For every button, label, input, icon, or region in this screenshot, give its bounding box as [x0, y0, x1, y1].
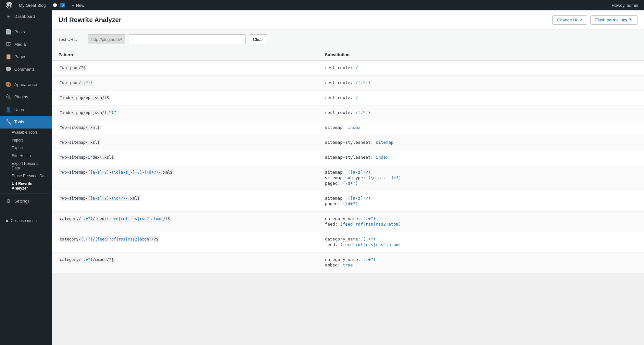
- page-title-area: Url Rewrite Analyzer: [58, 16, 121, 24]
- rewrite-table: Pattern Substitution ^wp-json/?$rest_rou…: [52, 49, 644, 273]
- substitution-cell: rest_route: /(.*)?: [318, 76, 644, 91]
- change-ui-button[interactable]: Change UI ↗: [552, 15, 587, 25]
- submenu-export[interactable]: Export: [0, 144, 52, 152]
- external-link-icon: ↗: [579, 18, 582, 22]
- pattern-cell: ^index.php/wp-json/(.*)?: [52, 105, 318, 120]
- page-title: Url Rewrite Analyzer: [58, 16, 121, 24]
- sidebar-item-settings[interactable]: ⚙ Settings: [0, 195, 52, 207]
- sidebar-item-tools[interactable]: 🔧 Tools: [0, 116, 52, 128]
- substitution-cell: category_name: (.+?)embed: true: [318, 253, 644, 273]
- sidebar-label-pages: Pages: [14, 54, 26, 60]
- test-url-bar: Test URL: http://plugins.dv/ Clear: [52, 30, 644, 49]
- comments-icon: 💬: [5, 66, 12, 73]
- collapse-icon: ◀: [5, 218, 8, 224]
- clear-button[interactable]: Clear: [249, 34, 267, 44]
- substitution-cell: rest_route: /: [318, 61, 644, 76]
- wp-logo-menu[interactable]: [3, 0, 16, 10]
- page-wrap: Url Rewrite Analyzer Change UI ↗ Flush p…: [52, 10, 644, 273]
- users-icon: 👤: [5, 106, 12, 113]
- change-ui-label: Change UI: [557, 18, 577, 22]
- substitution-cell: category_name: (.+?)feed: (feed|rdf|rss|…: [318, 212, 644, 232]
- submenu-erase-personal[interactable]: Erase Personal Data: [0, 172, 52, 180]
- admin-menu: ⊞ Dashboard 📄 Posts 🖼 Media 📋 Pages 💬 Co…: [0, 10, 52, 345]
- pattern-cell: ^index.php/wp-json/?$: [52, 91, 318, 105]
- pattern-cell: ^wp-sitemap\.xsl$: [52, 135, 318, 150]
- table-row: ^wp-json/(.*)?rest_route: /(.*)?: [52, 76, 644, 91]
- sidebar-label-appearance: Appearance: [14, 82, 37, 88]
- substitution-cell: sitemap: ([a-z]+?)paged: (\d+?): [318, 191, 644, 212]
- table-row: ^wp-sitemap-index\.xsl$sitemap-styleshee…: [52, 150, 644, 165]
- substitution-cell: sitemap: ([a-z]+?)sitemap-subtype: (\d[a…: [318, 165, 644, 191]
- sidebar-item-comments[interactable]: 💬 Comments: [0, 63, 52, 76]
- tools-icon: 🔧: [5, 118, 12, 126]
- sidebar-item-plugins[interactable]: 🔌 Plugins: [0, 91, 52, 103]
- posts-icon: 📄: [5, 28, 12, 35]
- submenu-site-health[interactable]: Site Health: [0, 152, 52, 160]
- collapse-menu[interactable]: ◀ Collapse menu: [0, 216, 52, 226]
- main-content: Url Rewrite Analyzer Change UI ↗ Flush p…: [52, 10, 644, 345]
- sidebar-item-posts[interactable]: 📄 Posts: [0, 26, 52, 38]
- pattern-cell: ^wp-json/?$: [52, 61, 318, 76]
- submenu-url-rewrite[interactable]: Url Rewrite Analyzer: [0, 180, 52, 192]
- table-row: ^index.php/wp-json/?$rest_route: /: [52, 91, 644, 105]
- test-url-label: Test URL:: [58, 37, 84, 42]
- howdy-menu[interactable]: Howdy, admin: [609, 0, 641, 10]
- sidebar-item-appearance[interactable]: 🎨 Appearance: [0, 79, 52, 91]
- flush-permalinks-label: Flush permalinks: [595, 18, 627, 22]
- site-name-menu[interactable]: My Great Blog: [16, 0, 49, 10]
- admin-bar: My Great Blog 💬 0 + New Howdy, admin: [0, 0, 644, 10]
- site-name: My Great Blog: [19, 3, 46, 8]
- sidebar-label-media: Media: [14, 42, 26, 47]
- sidebar-label-settings: Settings: [14, 198, 30, 204]
- substitution-cell: sitemap-stylesheet: index: [318, 150, 644, 165]
- pattern-cell: ^wp-sitemap-([a-z]+?)-(\d+?)\.xml$: [52, 191, 318, 212]
- substitution-header: Substitution: [318, 49, 644, 61]
- plugins-icon: 🔌: [5, 93, 12, 101]
- new-content-menu[interactable]: + New: [69, 0, 88, 10]
- substitution-cell: rest_route: /(.*)?: [318, 105, 644, 120]
- sidebar-item-users[interactable]: 👤 Users: [0, 104, 52, 116]
- submenu-available-tools[interactable]: Available Tools: [0, 129, 52, 136]
- settings-icon: ⚙: [5, 198, 12, 205]
- sidebar-item-media[interactable]: 🖼 Media: [0, 38, 52, 51]
- pattern-cell: ^wp-sitemap-index\.xsl$: [52, 150, 318, 165]
- table-row: category/(.+?)/embed/?$category_name: (.…: [52, 253, 644, 273]
- table-row: ^wp-sitemap-([a-z]+?)-(\d[a-z_-]+?)-(\d+…: [52, 165, 644, 191]
- pattern-cell: category/(.+?)/feed/(feed|rdf|rss|rss2|a…: [52, 212, 318, 232]
- new-label: New: [76, 3, 84, 8]
- table-row: category/(.+?)/feed/(feed|rdf|rss|rss2|a…: [52, 212, 644, 232]
- pattern-cell: ^wp-sitemap\.xml$: [52, 120, 318, 135]
- table-row: ^wp-sitemap\.xsl$sitemap-stylesheet: sit…: [52, 135, 644, 150]
- pattern-cell: category/(.+?)/embed/?$: [52, 253, 318, 273]
- refresh-icon: ↻: [629, 18, 633, 22]
- table-row: ^wp-sitemap\.xml$sitemap: index: [52, 120, 644, 135]
- sidebar-item-pages[interactable]: 📋 Pages: [0, 51, 52, 63]
- sidebar-item-dashboard[interactable]: ⊞ Dashboard: [0, 10, 52, 23]
- table-row: ^index.php/wp-json/(.*)?rest_route: /(.*…: [52, 105, 644, 120]
- appearance-icon: 🎨: [5, 81, 12, 88]
- submenu-export-personal[interactable]: Export Personal Data: [0, 160, 52, 172]
- sidebar-label-plugins: Plugins: [14, 94, 28, 100]
- pattern-header: Pattern: [52, 49, 318, 61]
- sidebar-label-posts: Posts: [14, 29, 25, 35]
- test-url-input[interactable]: [129, 34, 246, 44]
- pattern-cell: ^wp-sitemap-([a-z]+?)-(\d[a-z_-]+?)-(\d+…: [52, 165, 318, 191]
- table-row: ^wp-sitemap-([a-z]+?)-(\d+?)\.xml$sitema…: [52, 191, 644, 212]
- pattern-cell: ^wp-json/(.*)?: [52, 76, 318, 91]
- header-actions: Change UI ↗ Flush permalinks ↻: [552, 15, 638, 25]
- substitution-cell: sitemap-stylesheet: sitemap: [318, 135, 644, 150]
- substitution-cell: category_name: (.+?)feed: (feed|rdf|rss|…: [318, 232, 644, 253]
- pages-icon: 📋: [5, 53, 12, 60]
- dashboard-icon: ⊞: [5, 13, 12, 20]
- howdy-text: Howdy, admin: [612, 3, 638, 8]
- submenu-import[interactable]: Import: [0, 136, 52, 144]
- sidebar-label-dashboard: Dashboard: [14, 14, 35, 19]
- flush-permalinks-button[interactable]: Flush permalinks ↻: [590, 15, 638, 25]
- substitution-cell: rest_route: /: [318, 91, 644, 105]
- test-url-base: http://plugins.dv/: [88, 34, 125, 44]
- pattern-cell: category/(.+?)/(feed|rdf|rss|rss2|atom)/…: [52, 232, 318, 253]
- table-row: ^wp-json/?$rest_route: /: [52, 61, 644, 76]
- collapse-label: Collapse menu: [11, 218, 37, 224]
- media-icon: 🖼: [5, 41, 12, 48]
- comments-menu[interactable]: 💬 0: [49, 0, 69, 10]
